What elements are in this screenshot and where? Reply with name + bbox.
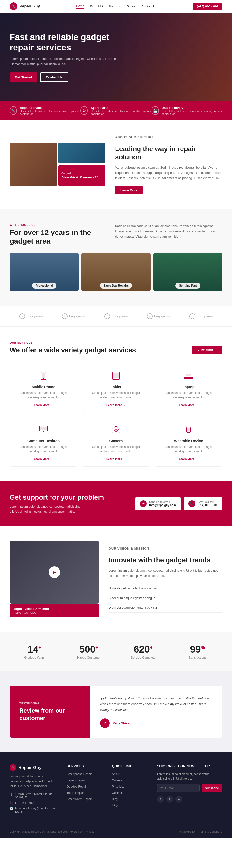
footer-quick-4: Contact: [112, 791, 147, 795]
service-desktop-link[interactable]: Learn More →: [34, 457, 53, 461]
twitter-icon[interactable]: t: [166, 796, 173, 803]
footer-quick-link-3[interactable]: Price List: [112, 785, 124, 788]
logo-2: ○ Logopsum: [62, 313, 85, 319]
service-tablet-link[interactable]: Learn More →: [106, 403, 126, 407]
support-email-value: info@repaiguy.com: [149, 503, 176, 507]
why-description: Sodales risque sodales ut etiam sit amet…: [115, 223, 222, 239]
accordion-arrow-3: ›: [221, 606, 222, 610]
footer-quick-title: QUICK LINK: [112, 764, 147, 768]
social-icons: f t ▶: [157, 796, 222, 803]
privacy-policy-link[interactable]: Privacy Policy: [179, 830, 195, 833]
footer-service-link-1[interactable]: Smartphone Repair: [67, 772, 92, 776]
service-wearable-title: Wearable Device: [161, 439, 216, 443]
hero-description: Lorem ipsum dolor sit amet, consectetur …: [10, 57, 130, 67]
footer-services-col: SERVICES Smartphone Repair Laptop Repair…: [67, 764, 102, 815]
service-wearable-link[interactable]: Learn More →: [179, 457, 198, 461]
footer-quick-6: FAQ: [112, 803, 147, 807]
laptop-icon: [182, 370, 195, 382]
vision-video: ▶ Miguel Veloso Armando REPAIR GUY CEO: [10, 541, 99, 617]
nav-home[interactable]: Home: [76, 4, 84, 9]
vision-caption-name: Miguel Veloso Armando: [13, 607, 95, 611]
support-description: Lorem ipsum dolor sit amet, consectetur …: [10, 504, 82, 514]
footer-quick-1: About: [112, 772, 147, 776]
accordion-item-2[interactable]: Bibendum risque egestas congue ›: [109, 593, 222, 603]
svg-point-13: [115, 430, 117, 431]
about-learn-more-button[interactable]: Learn More: [115, 186, 143, 194]
feature-repair-title: Repair Service: [20, 106, 81, 110]
logo-label-4: Logopsum: [154, 314, 170, 318]
about-img-2: [58, 143, 105, 163]
about-img-1: [10, 143, 57, 186]
footer-bottom-links: Privacy Policy Terms & Conditions: [179, 830, 222, 833]
footer-newsletter-col: SUBSCRIBE OUR NEWSLETTER Lorem ipsum dol…: [157, 764, 222, 815]
feature-repair-desc: Ut elit tellus, luctus nec ullamcorper m…: [20, 110, 81, 116]
service-wearable: Wearable Device Consequat ut nibh venena…: [155, 418, 222, 467]
logo-label-3: Logopsum: [112, 314, 127, 318]
service-mobile-link[interactable]: Learn More →: [34, 403, 53, 407]
footer-brand-desc: Lorem ipsum dolor sit amet, consectetur …: [10, 774, 57, 788]
support-email-info: Send us an email info@repaiguy.com: [149, 500, 176, 507]
footer-quick-link-2[interactable]: Careers: [112, 779, 122, 782]
stats-grid: 14+ Glorious Years 500+ Happy Customer 6…: [10, 644, 222, 659]
facebook-icon[interactable]: f: [157, 796, 164, 803]
footer-quick-links-col: QUICK LINK About Careers Price List Cont…: [112, 764, 147, 815]
about-content: ABOUT OUR CULTURE Leading the way in rep…: [115, 135, 222, 194]
why-label-professional: Professional: [32, 283, 56, 288]
footer-quick-link-5[interactable]: Blog: [112, 798, 118, 801]
terms-link[interactable]: Terms & Conditions: [199, 830, 222, 833]
accordion-item-1[interactable]: Nulla aliquet lacus lectus accumsan ›: [109, 584, 222, 593]
footer-quick-link-6[interactable]: FAQ: [112, 804, 118, 807]
why-section: WHY CHOOSE US For over 12 years in the g…: [0, 209, 232, 306]
stat-satisfaction-value: 99%: [173, 644, 222, 655]
stat-years-value: 14+: [10, 644, 59, 655]
footer-service-link-4[interactable]: Tablet Repair: [67, 791, 84, 795]
footer-newsletter-title: SUBSCRIBE OUR NEWSLETTER: [157, 764, 222, 768]
newsletter-subscribe-button[interactable]: Subscribe: [202, 784, 222, 792]
footer-service-link-2[interactable]: Laptop Repair: [67, 779, 85, 782]
support-call-value: (012) 893 - 900: [198, 503, 218, 507]
nav-services[interactable]: Services: [109, 5, 121, 8]
parts-icon: ⚙: [81, 106, 88, 115]
svg-rect-16: [187, 428, 190, 432]
view-more-button[interactable]: View More →: [192, 345, 222, 354]
nav-pages[interactable]: Pages: [127, 5, 136, 8]
footer-quick-5: Blog: [112, 797, 147, 801]
stat-service: 620+ Service Complete: [118, 644, 168, 659]
youtube-icon[interactable]: ▶: [175, 796, 182, 803]
service-laptop-link[interactable]: Learn More →: [179, 403, 198, 407]
service-laptop-desc: Consequat ut nibh venenatis. Feugiat sce…: [161, 391, 216, 400]
nav-contact[interactable]: Contact Us: [141, 5, 157, 8]
why-title: For over 12 years in the gadget area: [10, 228, 105, 246]
accordion-text-3: Diam vel quam elementum pulvirar: [109, 606, 157, 610]
camera-icon: [110, 424, 122, 436]
newsletter-email-input[interactable]: [157, 784, 200, 792]
service-camera-link[interactable]: Learn More →: [106, 457, 126, 461]
logo-4: ○ Logopsum: [147, 313, 170, 319]
svg-rect-10: [41, 432, 46, 433]
feature-data-title: Data Recovery: [162, 106, 222, 110]
accordion-text-2: Bibendum risque egestas congue: [109, 596, 155, 600]
service-camera-title: Camera: [88, 439, 144, 443]
stat-customers-label: Happy Customer: [64, 656, 114, 659]
footer-service-4: Tablet Repair: [67, 791, 102, 795]
feature-parts-desc: Ut elit tellus, luctus nec ullamcorper m…: [91, 110, 151, 116]
footer-service-link-3[interactable]: Desktop Repair: [67, 785, 87, 788]
hero-section: Fast and reliable gadget repair services…: [0, 12, 232, 101]
service-desktop-desc: Consequat ut nibh venenatis. Feugiat sce…: [16, 445, 71, 454]
support-call-button[interactable]: 📞 Give us a call (012) 893 - 900: [184, 497, 222, 510]
get-started-button[interactable]: Get Started: [10, 72, 37, 82]
nav-phone[interactable]: (+89) 900 - 902: [193, 3, 222, 10]
footer-quick-link-4[interactable]: Contact: [112, 791, 122, 795]
nav-logo[interactable]: 🔧 Repair Guy: [10, 2, 40, 10]
support-email-button[interactable]: ✉ Send us an email info@repaiguy.com: [135, 497, 181, 510]
footer-quick-links: About Careers Price List Contact Blog FA…: [112, 772, 147, 807]
logo-5: ○ Logopsum: [190, 313, 213, 319]
service-camera: Camera Consequat ut nibh venenatis. Feug…: [82, 418, 150, 467]
accordion-item-3[interactable]: Diam vel quam elementum pulvirar ›: [109, 603, 222, 613]
footer-services-title: SERVICES: [67, 764, 102, 768]
footer-quick-link-1[interactable]: About: [112, 772, 119, 776]
play-button[interactable]: ▶: [49, 566, 60, 578]
nav-pricelist[interactable]: Price List: [90, 5, 103, 8]
contact-us-button[interactable]: Contact Us: [40, 72, 68, 82]
footer-service-link-5[interactable]: SmartWatch Repair: [67, 798, 92, 801]
